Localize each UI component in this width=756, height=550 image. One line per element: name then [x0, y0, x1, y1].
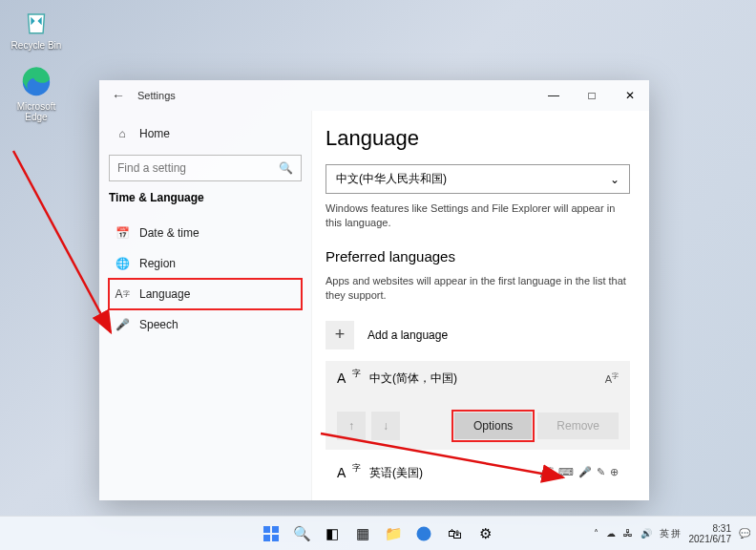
display-language-value: 中文(中华人民共和国) — [336, 171, 447, 187]
close-button[interactable]: ✕ — [611, 80, 649, 111]
recycle-bin-label: Recycle Bin — [11, 40, 62, 51]
plus-icon: + — [326, 321, 354, 349]
language-icon: A字 — [115, 286, 130, 302]
sidebar-item-speech[interactable]: 🎤 Speech — [109, 309, 302, 340]
volume-icon[interactable]: 🔊 — [640, 528, 652, 539]
sidebar-item-language[interactable]: A字 Language — [109, 279, 302, 309]
language-item-selected[interactable]: A 中文(简体，中国) A字 ↑ ↓ Options Remove — [326, 361, 630, 450]
search-input-wrapper[interactable]: 🔍 — [109, 155, 302, 181]
svg-line-2 — [13, 151, 111, 332]
back-button[interactable]: ← — [99, 88, 137, 103]
taskbar: 🔍 ◧ ▦ 📁 🛍 ⚙ ˄ ☁ 🖧 🔊 英 拼 8:31 2021/6/17 💬 — [0, 516, 756, 550]
language-indicators: A字 — [605, 371, 619, 385]
tray-chevron-icon[interactable]: ˄ — [594, 528, 598, 539]
store-icon[interactable]: 🛍 — [441, 520, 468, 547]
edge-label: Microsoft Edge — [17, 101, 56, 122]
move-down-button[interactable]: ↓ — [371, 412, 400, 440]
display-language-dropdown[interactable]: 中文(中华人民共和国) ⌄ — [326, 164, 630, 194]
svg-rect-7 — [272, 535, 279, 541]
sidebar: ⌂ Home 🔍 Time & Language 📅 Date & time 🌐… — [99, 111, 311, 500]
svg-rect-5 — [272, 526, 279, 533]
recycle-bin-icon — [19, 4, 53, 38]
globe-icon: 🌐 — [115, 256, 130, 271]
notifications-icon[interactable]: 💬 — [739, 528, 750, 539]
clock-time: 8:31 — [689, 523, 732, 534]
svg-point-8 — [417, 526, 431, 540]
sidebar-item-label: Date & time — [139, 226, 200, 240]
widgets-icon[interactable]: ▦ — [349, 520, 376, 547]
edge-shortcut[interactable]: Microsoft Edge — [8, 65, 65, 122]
remove-button: Remove — [537, 412, 619, 439]
sidebar-section: Time & Language — [109, 191, 302, 204]
sidebar-item-label: Home — [139, 127, 170, 140]
language-name: 中文(简体，中国) — [369, 370, 594, 387]
options-button[interactable]: Options — [454, 412, 532, 439]
chevron-down-icon: ⌄ — [610, 173, 620, 186]
ime-indicator[interactable]: 英 拼 — [660, 527, 682, 540]
page-title: Language — [326, 126, 630, 151]
edge-icon — [19, 65, 53, 99]
cloud-icon[interactable]: ☁ — [606, 528, 616, 539]
search-input[interactable] — [117, 161, 293, 175]
network-icon[interactable]: 🖧 — [623, 528, 633, 539]
maximize-button[interactable]: □ — [573, 80, 611, 111]
sidebar-item-label: Region — [139, 257, 176, 270]
add-language-label: Add a language — [368, 328, 448, 342]
sidebar-item-region[interactable]: 🌐 Region — [109, 248, 302, 279]
language-name: 英语(美国) — [369, 465, 529, 481]
settings-taskbar-icon[interactable]: ⚙ — [472, 520, 498, 547]
minimize-button[interactable]: — — [535, 80, 573, 111]
move-up-button[interactable]: ↑ — [337, 412, 366, 440]
window-title: Settings — [137, 90, 535, 101]
start-button[interactable] — [258, 520, 284, 547]
language-glyph-icon: A — [337, 465, 358, 480]
language-item[interactable]: A 英语(美国) A字⌨🎤✎⊕ — [326, 455, 630, 491]
content-pane: Language 中文(中华人民共和国) ⌄ Windows features … — [311, 111, 649, 500]
sidebar-item-label: Speech — [139, 318, 178, 331]
titlebar: ← Settings — □ ✕ — [99, 80, 649, 111]
settings-window: ← Settings — □ ✕ ⌂ Home 🔍 Time & Languag… — [99, 80, 649, 500]
language-glyph-icon: A — [337, 370, 358, 386]
add-language-button[interactable]: + Add a language — [326, 321, 630, 349]
sidebar-item-datetime[interactable]: 📅 Date & time — [109, 218, 302, 248]
display-language-desc: Windows features like Settings and File … — [326, 201, 630, 231]
language-indicators: A字⌨🎤✎⊕ — [540, 466, 619, 479]
search-icon: 🔍 — [279, 161, 293, 175]
preferred-desc: Apps and websites will appear in the fir… — [326, 274, 630, 304]
sidebar-item-home[interactable]: ⌂ Home — [109, 118, 302, 149]
svg-rect-6 — [263, 535, 270, 541]
microphone-icon: 🎤 — [115, 317, 130, 332]
clock[interactable]: 8:31 2021/6/17 — [689, 523, 732, 544]
preferred-heading: Preferred languages — [326, 248, 630, 264]
home-icon: ⌂ — [115, 126, 130, 141]
edge-taskbar-icon[interactable] — [410, 520, 437, 547]
explorer-icon[interactable]: 📁 — [380, 520, 407, 547]
clock-date: 2021/6/17 — [689, 534, 732, 544]
calendar-icon: 📅 — [115, 225, 130, 241]
task-view-icon[interactable]: ◧ — [319, 520, 346, 547]
search-taskbar-icon[interactable]: 🔍 — [288, 520, 315, 547]
recycle-bin[interactable]: Recycle Bin — [8, 4, 65, 51]
sidebar-item-label: Language — [139, 287, 190, 301]
svg-rect-4 — [263, 526, 270, 533]
